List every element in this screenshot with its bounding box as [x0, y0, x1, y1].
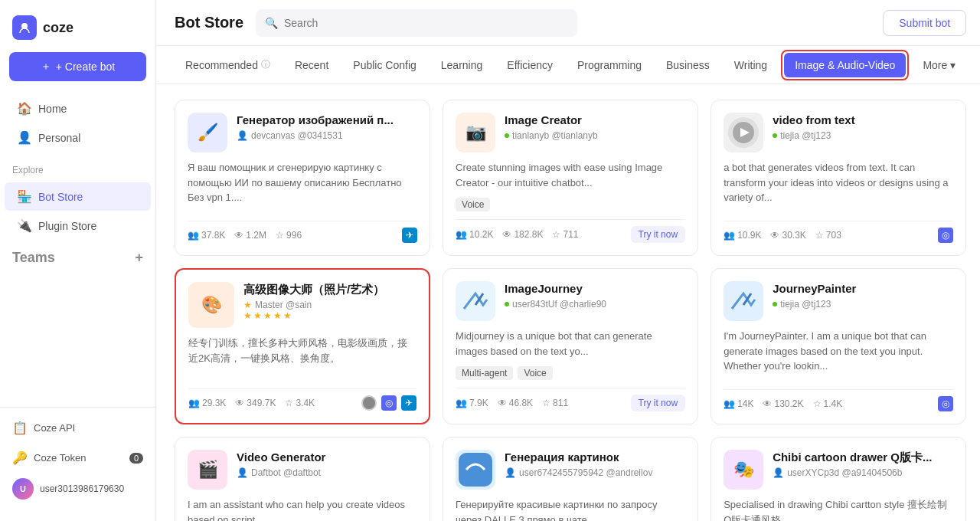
plugin-store-icon: 🔌: [17, 218, 31, 233]
tab-more-label: More ▾: [923, 59, 956, 71]
user-avatar: U: [12, 478, 34, 500]
card-avatar: 📷: [456, 113, 495, 152]
tab-efficiency[interactable]: Efficiency: [496, 53, 564, 77]
stars-stat: ☆ 996: [276, 230, 302, 241]
tab-image-audio-video[interactable]: Image & Audio-Video: [784, 53, 906, 77]
tab-public-config[interactable]: Public Config: [342, 53, 427, 77]
svg-rect-3: [459, 453, 492, 487]
telegram-icon: ✈: [402, 228, 417, 243]
author-name: devcanvas @0341531: [251, 130, 343, 141]
sidebar-item-coze-api[interactable]: 📋 Coze API: [0, 414, 155, 442]
username-label: user3013986179630: [40, 483, 124, 494]
bot-store-icon: 🏪: [17, 189, 31, 204]
author-name: tiejia @tj123: [780, 299, 831, 310]
card-image-creator[interactable]: 📷 Image Creator tianlanyb @tianlanyb Cre…: [443, 100, 698, 256]
search-input[interactable]: [284, 17, 568, 29]
tab-image-audio-video-highlight: Image & Audio-Video: [781, 50, 909, 80]
teams-section: Teams +: [0, 244, 155, 272]
card-avatar: [724, 113, 763, 152]
card-imagejourney[interactable]: ImageJourney user843tUf @charlie90 Midjo…: [443, 268, 698, 424]
sidebar-user[interactable]: U user3013986179630: [0, 472, 155, 506]
create-bot-button[interactable]: ＋ + Create bot: [9, 52, 146, 81]
card-header: 🖌️ Генератор изображений п... 👤 devcanva…: [188, 113, 417, 152]
tab-programming[interactable]: Programming: [567, 53, 652, 77]
card-title: JourneyPainter: [773, 281, 953, 297]
try-it-button[interactable]: Try it now: [631, 226, 686, 243]
tab-learning[interactable]: Learning: [430, 53, 494, 77]
add-team-icon[interactable]: +: [135, 250, 143, 266]
card-title: 高级图像大师（照片/艺术）: [243, 282, 416, 297]
tab-more[interactable]: More ▾: [912, 53, 966, 77]
card-author: 👤 user6742455795942 @andreilov: [505, 467, 685, 478]
sidebar-item-plugin-store[interactable]: 🔌 Plugin Store: [5, 211, 151, 240]
star1: ★: [243, 310, 252, 321]
card-generaciya-kartinok[interactable]: Генерация картинок 👤 user6742455795942 @…: [443, 437, 698, 521]
multi-agent-tag: Multi-agent: [456, 366, 513, 380]
try-it-button[interactable]: Try it now: [631, 395, 686, 411]
card-generator-izobrazheniy[interactable]: 🖌️ Генератор изображений п... 👤 devcanva…: [175, 100, 430, 256]
card-avatar: 🖌️: [188, 113, 227, 152]
card-title-area: video from text tiejia @tj123: [773, 113, 953, 141]
tab-writing[interactable]: Writing: [724, 53, 778, 77]
teams-label: Teams: [12, 250, 55, 266]
card-title-area: Генерация картинок 👤 user6742455795942 @…: [505, 450, 685, 478]
card-video-from-text[interactable]: video from text tiejia @tj123 a bot that…: [710, 100, 966, 256]
author-name: user6742455795942 @andreilov: [519, 467, 652, 478]
card-title: Генератор изображений п...: [237, 113, 417, 128]
stars-stat: ☆ 711: [552, 229, 578, 240]
tab-image-audio-video-label: Image & Audio-Video: [795, 59, 895, 71]
sidebar-nav: 🏠 Home 👤 Personal: [0, 90, 155, 156]
sidebar-item-bot-store[interactable]: 🏪 Bot Store: [5, 182, 151, 211]
tab-business[interactable]: Business: [655, 53, 720, 77]
card-stats: 👥 14K 👁 130.2K ☆ 1.4K: [724, 398, 842, 409]
star4: ★: [273, 310, 282, 321]
users-stat: 👥 14K: [724, 398, 753, 409]
card-stats: 👥 10.9K 👁 30.3K ☆ 703: [724, 230, 841, 241]
sidebar-item-coze-token[interactable]: 🔑 Coze Token 0: [0, 444, 155, 472]
card-description: Midjourney is a unique bot that can gene…: [456, 329, 685, 359]
coze-api-label: Coze API: [34, 422, 75, 434]
tab-public-config-label: Public Config: [353, 59, 416, 71]
page-title: Bot Store: [175, 14, 243, 31]
card-title-area: 高级图像大师（照片/艺术） ★ Master @sain ★ ★ ★ ★ ★: [243, 282, 416, 321]
search-bar[interactable]: 🔍: [256, 9, 577, 37]
card-video-generator[interactable]: 🎬 Video Generator 👤 Daftbot @daftbot I a…: [175, 437, 430, 521]
content-area: 🖌️ Генератор изображений п... 👤 devcanva…: [156, 84, 980, 521]
card-avatar: 🎨: [188, 282, 234, 328]
card-journeypainter[interactable]: JourneyPainter tiejia @tj123 I'm Journey…: [710, 268, 966, 424]
card-author: ★ Master @sain: [243, 300, 416, 310]
card-tags: Multi-agent Voice: [456, 366, 685, 380]
card-avatar: [456, 450, 495, 490]
stars-stat: ☆ 1.4K: [813, 398, 843, 409]
users-stat: 👥 37.8K: [188, 230, 225, 241]
card-actions: ◎: [938, 396, 953, 411]
card-gaoji-tuxiang[interactable]: 🎨 高级图像大师（照片/艺术） ★ Master @sain ★ ★ ★ ★: [175, 268, 430, 424]
verified-dot: [773, 133, 777, 138]
card-stats: 👥 37.8K 👁 1.2M ☆ 996: [188, 230, 302, 241]
card-header: video from text tiejia @tj123: [724, 113, 953, 152]
star3: ★: [263, 310, 272, 321]
card-author: 👤 devcanvas @0341531: [237, 130, 417, 141]
tab-recent-label: Recent: [295, 59, 328, 71]
voice-tag: Voice: [518, 366, 552, 380]
author-icon: 👤: [773, 467, 784, 478]
card-author: tianlanyb @tianlanyb: [505, 130, 685, 141]
card-title-area: JourneyPainter tiejia @tj123: [773, 281, 953, 310]
sidebar-item-home[interactable]: 🏠 Home: [5, 94, 151, 123]
tab-recent[interactable]: Recent: [284, 53, 339, 77]
card-chibi-cartoon[interactable]: 🎭 Chibi cartoon drawer Q版卡... 👤 userXYCp…: [710, 437, 966, 521]
tab-recommended[interactable]: Recommended ⓘ: [175, 52, 281, 77]
users-stat: 👥 29.3K: [188, 398, 226, 408]
sidebar-item-personal[interactable]: 👤 Personal: [5, 123, 151, 152]
explore-nav: 🏪 Bot Store 🔌 Plugin Store: [0, 179, 155, 244]
card-header: JourneyPainter tiejia @tj123: [724, 281, 953, 321]
explore-label: Explore: [0, 156, 155, 179]
tab-business-label: Business: [666, 59, 710, 71]
tab-writing-label: Writing: [734, 59, 767, 71]
card-actions: ◎: [938, 228, 953, 243]
card-actions: ◎ ✈: [361, 395, 416, 411]
views-stat: 👁 349.7K: [235, 398, 276, 408]
sidebar-bot-store-label: Bot Store: [38, 191, 83, 203]
sidebar-plugin-store-label: Plugin Store: [38, 220, 96, 232]
submit-bot-button[interactable]: Submit bot: [883, 10, 966, 36]
